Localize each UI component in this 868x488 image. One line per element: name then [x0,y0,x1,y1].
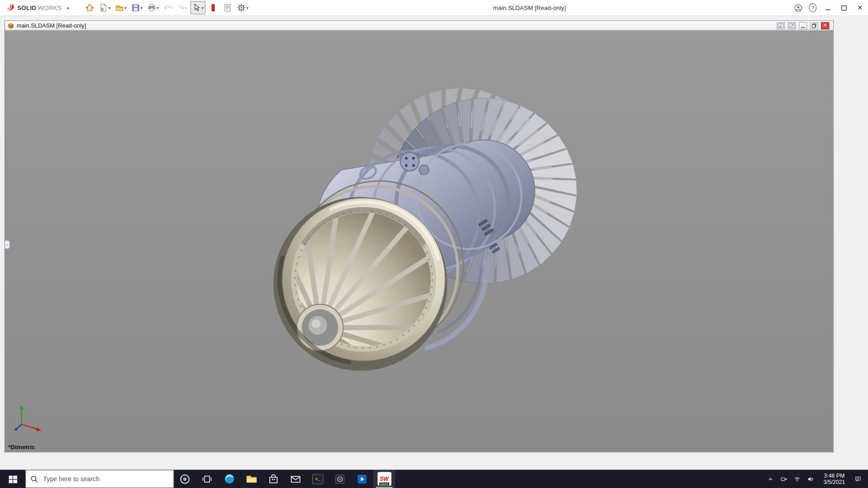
redo-icon: ↷ [178,4,184,11]
action-center-icon [855,474,862,483]
file-explorer-icon [245,473,257,485]
dropdown-caret[interactable]: ▾ [246,5,249,10]
restore-icon [811,23,816,28]
undo-button[interactable]: ↶ ▾ [161,1,175,14]
new-document-icon [99,3,108,12]
mail-icon [290,474,301,484]
dropdown-caret[interactable]: ▾ [108,5,111,10]
solidworks-app-icon: SW 2021 [377,472,391,486]
doc-restore-button[interactable] [810,22,818,29]
media-app-button[interactable] [351,470,373,488]
network-button[interactable] [791,470,804,488]
clock-time: 3:46 PM [824,472,845,479]
new-document-button[interactable]: ▾ [97,1,112,14]
wifi-icon [794,474,801,483]
ds-logo-icon [5,3,15,12]
help-button[interactable]: ? [806,0,820,16]
store-icon [268,474,279,484]
orientation-triad [12,400,51,435]
pane-arrow-icon [778,23,783,28]
dropdown-caret[interactable]: ▾ [141,5,143,10]
mail-button[interactable] [284,470,307,488]
document-title: main.SLDASM [Read-only] [17,22,86,29]
document-window-controls: ✕ [777,22,831,29]
cortana-icon [179,474,190,484]
search-input[interactable] [42,475,158,483]
panel-collapse-arrow[interactable]: ‹ [5,240,10,249]
media-app-icon [357,474,368,484]
settings-app-button[interactable] [329,470,351,488]
dropdown-caret[interactable]: ▾ [170,5,173,10]
cortana-button[interactable] [174,470,196,488]
dropdown-caret[interactable]: ▾ [124,5,127,10]
windows-logo-icon [8,474,18,483]
settings-app-icon [335,474,345,484]
doc-pane-left-button[interactable] [777,22,785,29]
rebuild-button[interactable] [206,1,219,14]
brand-text-solid: SOLID [17,5,36,11]
viewport-3d[interactable]: *Dimetric ‹ [5,30,833,452]
terminal-button[interactable]: >_ [307,470,329,488]
doc-pane-right-button[interactable] [788,22,796,29]
document-window: main.SLDASM [Read-only] [5,20,834,452]
close-icon: ✕ [857,4,863,12]
rebuild-stoplight-icon [208,3,217,12]
home-button[interactable] [83,1,96,14]
open-button[interactable]: ▾ [113,1,128,14]
volume-button[interactable] [804,470,817,488]
save-floppy-icon [131,3,140,12]
print-icon [147,3,156,12]
account-icon [794,3,802,13]
document-title-bar[interactable]: main.SLDASM [Read-only] [5,21,833,31]
options-button[interactable]: ▾ [235,1,250,14]
edge-button[interactable] [218,470,240,488]
app-close-button[interactable]: ✕ [852,0,868,16]
file-properties-icon [223,3,232,12]
engine-3d-model[interactable] [5,30,833,452]
app-maximize-button[interactable] [836,0,852,16]
select-tool-button[interactable]: ▾ [190,1,205,14]
account-button[interactable] [791,0,806,16]
edge-icon [223,473,235,485]
solidworks-year-badge: 2021 [379,482,389,486]
view-orientation-label: *Dimetric [8,444,35,450]
action-center-button[interactable] [851,470,864,488]
pane-arrow-icon [789,23,795,28]
store-button[interactable] [262,470,284,488]
doc-minimize-button[interactable] [799,22,807,29]
app-window-controls: ? ✕ [791,0,868,16]
meet-now-button[interactable] [777,470,790,488]
file-properties-button[interactable] [221,1,234,14]
print-button[interactable]: ▾ [146,1,160,14]
minimize-icon [801,23,806,28]
menu-expand-arrow[interactable]: ▸ [67,5,70,10]
task-view-button[interactable] [196,470,218,488]
redo-button[interactable]: ↷ ▾ [176,1,189,14]
dropdown-caret[interactable]: ▾ [185,5,187,10]
start-button[interactable] [0,470,25,488]
doc-close-button[interactable]: ✕ [821,22,829,29]
dropdown-caret[interactable]: ▾ [201,5,203,10]
assembly-cube-icon [7,22,14,29]
app-window-title: main.SLDASM [Read-only] [493,5,566,11]
gear-icon [237,3,246,12]
taskbar-search[interactable] [25,470,174,488]
system-tray: 3:46 PM 3/5/2021 [764,470,868,488]
task-view-icon [202,474,212,484]
file-explorer-button[interactable] [240,470,262,488]
open-folder-icon [115,3,124,12]
dropdown-caret[interactable]: ▾ [156,5,159,10]
speaker-icon [807,474,814,483]
help-icon: ? [809,3,816,12]
app-title-bar[interactable]: SOLIDWORKS ▸ ▾ [0,0,868,16]
home-icon [85,3,94,12]
select-cursor-icon [192,3,201,12]
app-minimize-button[interactable] [820,0,836,16]
clock-date: 3/5/2021 [823,479,845,486]
camera-icon [781,474,788,483]
solidworks-taskbar-button[interactable]: SW 2021 [373,470,395,488]
tray-expand-button[interactable] [764,470,777,488]
taskbar-clock[interactable]: 3:46 PM 3/5/2021 [817,470,851,488]
windows-taskbar: >_ SW 2021 [0,470,868,488]
save-button[interactable]: ▾ [129,1,144,14]
